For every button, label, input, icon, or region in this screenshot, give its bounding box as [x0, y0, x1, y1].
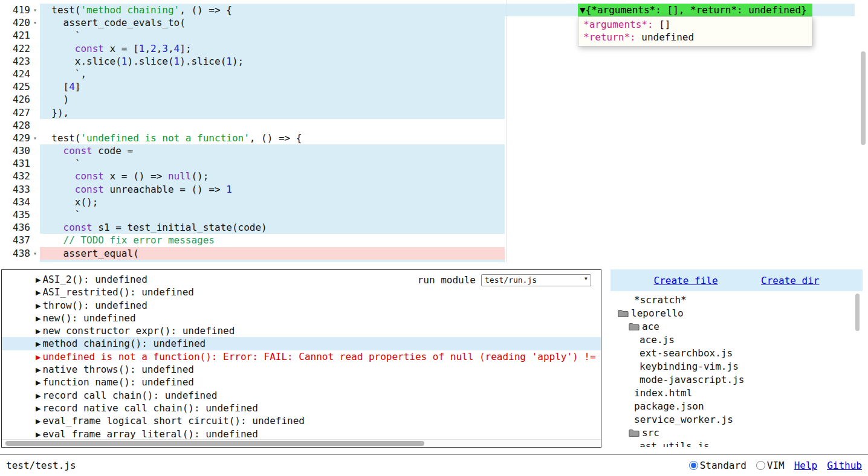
console-item[interactable]: ▶new constructor expr(): undefined [2, 324, 601, 337]
code-line[interactable]: 423 x.slice(1).slice(1).slice(1); [0, 55, 868, 68]
expand-arrow-icon[interactable]: ▶ [36, 289, 40, 297]
file-tree-item[interactable]: src [611, 426, 863, 440]
console-item-text: ASI_restrited(): undefined [42, 286, 193, 298]
console-item[interactable]: ▶native throws(): undefined [2, 363, 601, 376]
file-tree-item[interactable]: leporello [611, 307, 863, 320]
standard-radio[interactable] [689, 461, 698, 470]
file-tree-item[interactable]: ext-searchbox.js [611, 347, 863, 360]
create-dir-link[interactable]: Create dir [761, 275, 819, 286]
line-content: const s1 = test_initial_state(code) [40, 221, 868, 234]
expand-arrow-icon[interactable]: ▶ [36, 417, 40, 425]
line-number: 421 [0, 29, 30, 42]
folder-icon [618, 309, 629, 318]
fold-spacer [30, 157, 40, 170]
console-item[interactable]: ▶eval_frame array_literal(): undefined [2, 428, 601, 440]
run-module-select[interactable]: test/run.js [481, 274, 591, 286]
file-name: package.json [634, 400, 704, 413]
code-line[interactable]: 433 const unreachable = () => 1 [0, 183, 868, 196]
help-link[interactable]: Help [794, 460, 818, 471]
vim-radio[interactable] [756, 461, 765, 470]
code-line[interactable]: 436 const s1 = test_initial_state(code) [0, 221, 868, 234]
gutter: 426 [0, 93, 40, 106]
code-line[interactable]: 426 ) [0, 93, 868, 106]
fold-arrow-icon[interactable]: ▾ [30, 247, 40, 260]
github-link[interactable]: Github [827, 460, 862, 471]
line-content: }), [40, 106, 868, 119]
console-item[interactable]: ▶function name(): undefined [2, 376, 601, 388]
keybinding-standard-option[interactable]: Standard [689, 460, 747, 471]
file-tree-item[interactable]: service_worker.js [611, 413, 863, 426]
line-content [40, 119, 868, 132]
gutter: 434 [0, 196, 40, 208]
expand-arrow-icon[interactable]: ▶ [36, 353, 40, 361]
console-item[interactable]: ▶record native call chain(): undefined [2, 402, 601, 414]
file-tree-item[interactable]: index.html [611, 387, 863, 400]
code-line[interactable]: 432 const x = () => null(); [0, 170, 868, 182]
keybinding-vim-option[interactable]: VIM [756, 460, 785, 471]
fold-arrow-icon[interactable]: ▾ [30, 132, 40, 144]
code-line[interactable]: 437 // TODO fix error messages [0, 234, 868, 246]
console-item[interactable]: ▶eval_frame logical short circuit(): und… [2, 414, 601, 427]
expand-arrow-icon[interactable]: ▶ [36, 379, 40, 387]
code-line[interactable]: 429▾ test('undefined is not a function',… [0, 132, 868, 144]
folder-icon [629, 323, 640, 331]
code-line[interactable]: 424 `, [0, 68, 868, 80]
fold-arrow-icon[interactable]: ▾ [30, 16, 40, 29]
file-tree-item[interactable]: *scratch* [611, 294, 863, 307]
line-number: 428 [0, 119, 30, 132]
code-text: const code = [40, 145, 133, 156]
editor-scrollbar[interactable] [861, 51, 866, 145]
file-tree-scrollbar[interactable] [855, 294, 860, 331]
console-item[interactable]: ▶method chaining(): undefined [2, 337, 601, 350]
expand-arrow-icon[interactable]: ▶ [36, 405, 40, 413]
code-line[interactable]: 439 [0, 260, 868, 262]
code-line[interactable]: 430 const code = [0, 144, 868, 157]
code-line[interactable]: 425 [4] [0, 80, 868, 93]
fold-arrow-icon[interactable]: ▾ [30, 4, 40, 16]
code-line[interactable]: 427 }), [0, 106, 868, 119]
line-number: 420 [0, 16, 30, 29]
expand-arrow-icon[interactable]: ▶ [36, 276, 40, 284]
eval-summary[interactable]: ▼{*arguments*: [], *return*: undefined} [578, 4, 812, 16]
expand-arrow-icon[interactable]: ▶ [36, 366, 40, 374]
expand-arrow-icon[interactable]: ▶ [36, 431, 40, 439]
file-tree-item[interactable]: ast_utils.js [611, 440, 863, 447]
console-item-text: undefined is not a function(): Error: FA… [42, 351, 595, 362]
expand-arrow-icon[interactable]: ▶ [36, 315, 40, 323]
console-item[interactable]: ▶new(): undefined [2, 312, 601, 324]
fold-spacer [30, 144, 40, 157]
console-item[interactable]: ▶ASI_restrited(): undefined [2, 286, 601, 298]
file-tree-item[interactable]: package.json [611, 400, 863, 413]
code-text: ` [40, 158, 80, 169]
line-number: 422 [0, 42, 30, 55]
run-module-select-wrap: test/run.js [481, 274, 591, 286]
file-tree-item[interactable]: mode-javascript.js [611, 373, 863, 387]
console-item[interactable]: ▶record call chain(): undefined [2, 389, 601, 402]
code-line[interactable]: 438▾ assert_equal( [0, 247, 868, 260]
code-line[interactable]: 431 ` [0, 157, 868, 170]
code-line[interactable]: 428 [0, 119, 868, 132]
file-list: *scratch*leporelloaceace.jsext-searchbox… [611, 291, 863, 447]
create-file-link[interactable]: Create file [654, 275, 718, 286]
console-hscrollbar[interactable] [2, 439, 601, 447]
executed-code-highlight [40, 68, 505, 80]
gutter: 428 [0, 119, 40, 132]
expand-arrow-icon[interactable]: ▶ [36, 327, 40, 335]
file-tree-item[interactable]: ace [611, 320, 863, 333]
expand-arrow-icon[interactable]: ▶ [36, 302, 40, 310]
console-item[interactable]: ▶throw(): undefined [2, 299, 601, 312]
expand-arrow-icon[interactable]: ▶ [36, 340, 40, 348]
code-line[interactable]: 435 ` [0, 208, 868, 221]
file-tree-item[interactable]: ace.js [611, 333, 863, 347]
standard-radio-label: Standard [700, 460, 747, 471]
file-tree-item[interactable]: keybinding-vim.js [611, 360, 863, 373]
file-name: leporello [631, 307, 684, 320]
console-hscrollbar-thumb[interactable] [5, 441, 424, 446]
code-line[interactable]: 434 x(); [0, 196, 868, 208]
line-content: const unreachable = () => 1 [40, 183, 868, 196]
line-number: 436 [0, 221, 30, 234]
console-item[interactable]: ▶undefined is not a function(): Error: F… [2, 350, 601, 363]
expand-arrow-icon[interactable]: ▶ [36, 392, 40, 400]
line-number: 430 [0, 144, 30, 157]
fold-spacer [30, 55, 40, 68]
